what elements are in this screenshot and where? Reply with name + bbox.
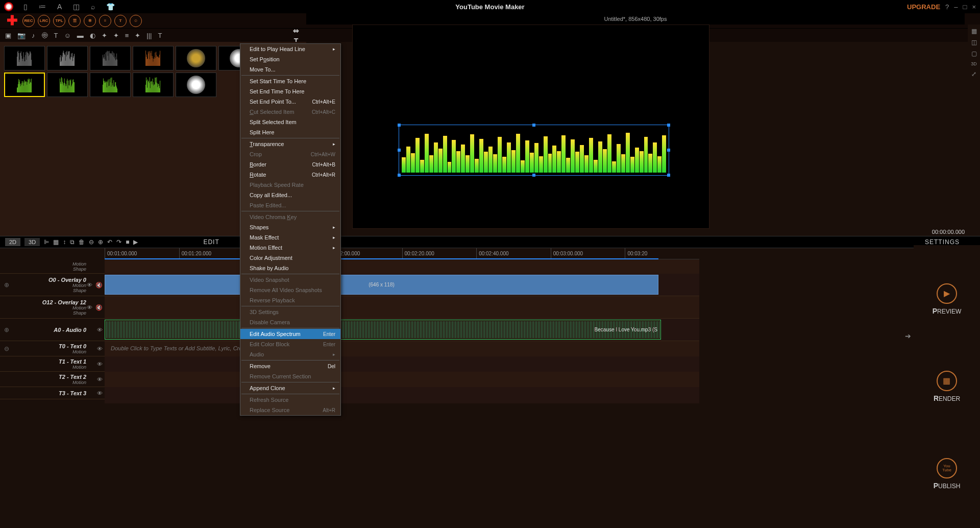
handle-icon[interactable]: ⇔ (293, 27, 299, 35)
track-body[interactable]: (646 x 118) (105, 274, 699, 296)
asset-thumb-10[interactable] (133, 73, 174, 97)
asset-thumb-2[interactable] (90, 46, 131, 70)
menu-item[interactable]: Move To... (240, 64, 340, 75)
asset-thumb-7[interactable] (4, 73, 45, 97)
tool2-icon-0[interactable]: ▣ (5, 32, 11, 39)
menu-item[interactable]: Edit to Play Head Line (240, 44, 340, 54)
view-3d-button[interactable]: 3D (24, 238, 40, 246)
track-header[interactable]: ⊕O0 - Overlay 0MotionShape👁🔇 (0, 274, 105, 296)
track-header[interactable]: MotionShape (0, 259, 105, 273)
list-icon[interactable]: ≔ (39, 3, 46, 11)
crop-icon[interactable]: ⧉ (70, 238, 75, 246)
menu-item[interactable]: RemoveDel (240, 361, 340, 371)
undo-icon[interactable]: ↶ (107, 238, 112, 246)
timeline-ruler[interactable]: 00:01:00.00000:01:20.00000:02:00.00000:0… (105, 248, 699, 259)
mute-icon[interactable]: 🔇 (95, 304, 103, 310)
asset-thumb-3[interactable] (133, 46, 174, 70)
preview-viewport[interactable] (352, 25, 709, 229)
tool2-icon-13[interactable]: T (158, 32, 162, 39)
menu-item[interactable]: Shapes (240, 222, 340, 232)
collapse-icon[interactable]: ⊖ (4, 345, 9, 352)
publish-button[interactable]: YouTube PUBLISH (934, 458, 961, 490)
track-body[interactable] (105, 387, 699, 403)
tool2-icon-2[interactable]: ♪ (32, 32, 35, 39)
circ-btn-star[interactable]: ✲ (84, 15, 96, 27)
mute-icon[interactable]: 🔇 (95, 281, 103, 288)
book-icon[interactable]: ▯ (23, 3, 28, 11)
track-body[interactable]: Double Click to Type Texts or Add Subtit… (105, 341, 699, 357)
redo-icon[interactable]: ↷ (116, 238, 121, 246)
threed-icon[interactable]: 3D (968, 61, 980, 66)
align-icon[interactable]: ⊫ (44, 238, 49, 246)
trash-icon[interactable]: 🗑 (79, 238, 85, 246)
track-body[interactable]: Because I Love You.mp3 (S (105, 319, 699, 341)
render-button[interactable]: ▦ RENDER (934, 371, 960, 402)
eye-icon[interactable]: 👁 (97, 346, 103, 352)
upgrade-button[interactable]: UPGRADE (907, 3, 940, 11)
minimize-button[interactable]: – (954, 3, 958, 11)
minus-icon[interactable]: ⊖ (89, 238, 94, 246)
timeline-clip[interactable]: (646 x 118) (105, 275, 658, 295)
tool2-icon-1[interactable]: 📷 (17, 32, 26, 39)
track-header[interactable]: ⊖T0 - Text 0Motion👁 (0, 341, 105, 356)
menu-item[interactable]: Set End Time To Here (240, 86, 340, 97)
track-body[interactable] (105, 356, 699, 373)
play-icon[interactable]: ▶ (133, 238, 138, 246)
preview-button[interactable]: ▶ PREVIEW (933, 283, 962, 315)
asset-thumb-4[interactable] (176, 46, 216, 70)
circ-btn-eq[interactable]: ≡ (99, 15, 111, 27)
plus-icon[interactable]: ⊕ (98, 238, 103, 246)
menu-item[interactable]: Copy all Edited... (240, 190, 340, 200)
track-header[interactable]: ⊕A0 - Audio 0👁 (0, 319, 105, 341)
track-body[interactable] (105, 296, 699, 318)
spectrum-selection-box[interactable] (399, 125, 669, 176)
maximize-button[interactable]: □ (963, 3, 967, 11)
tool2-icon-10[interactable]: ≡ (125, 32, 129, 39)
asset-thumb-8[interactable] (47, 73, 88, 97)
tool2-icon-12[interactable]: ||| (146, 32, 152, 39)
menu-item[interactable]: BorderCtrl+Alt+B (240, 159, 340, 170)
crop2-icon[interactable]: ◫ (968, 39, 980, 46)
asset-thumb-0[interactable] (4, 46, 45, 70)
menu-item[interactable]: Set Position (240, 54, 340, 64)
help-button[interactable]: ? (945, 3, 949, 11)
menu-item[interactable]: Append Clone (240, 383, 340, 393)
expand-icon[interactable]: ⊕ (4, 281, 9, 289)
track-body[interactable] (105, 372, 699, 388)
tool2-icon-3[interactable]: 🞋 (41, 32, 48, 39)
asset-thumb-1[interactable] (47, 46, 88, 70)
tool2-icon-4[interactable]: T (54, 32, 58, 39)
track-placeholder[interactable]: Double Click to Type Texts or Add Subtit… (105, 341, 699, 355)
context-menu[interactable]: Edit to Play Head LineSet PositionMove T… (240, 43, 341, 416)
circ-btn-t[interactable]: T (114, 15, 127, 27)
menu-item[interactable]: Mask Effect (240, 232, 340, 243)
stop-icon[interactable]: ■ (126, 238, 129, 246)
add-button[interactable]: ✚ (5, 14, 19, 28)
tool2-icon-7[interactable]: ◐ (90, 32, 95, 39)
updown-icon[interactable]: ↕ (63, 238, 66, 246)
menu-item[interactable]: Edit Audio SpectrumEnter (240, 329, 340, 339)
eye-icon[interactable]: 👁 (97, 390, 103, 396)
menu-item[interactable]: Transparence (240, 139, 340, 149)
track-header[interactable]: T2 - Text 2Motion👁 (0, 372, 105, 387)
search-icon[interactable]: ⌕ (91, 3, 95, 11)
eye-icon[interactable]: 👁 (97, 327, 103, 333)
tool2-icon-9[interactable]: ✦ (113, 32, 119, 39)
tool2-icon-6[interactable]: ▬ (77, 32, 84, 39)
menu-item[interactable]: Set Start Time To Here (240, 76, 340, 86)
eye-icon[interactable]: 👁 (97, 361, 103, 367)
asset-thumb-9[interactable] (90, 73, 131, 97)
grid-icon[interactable]: ▦ (968, 28, 980, 35)
menu-item[interactable]: Set End Point To...Ctrl+Alt+E (240, 97, 340, 107)
menu-item[interactable]: Motion Effect (240, 243, 340, 253)
circ-btn-lrc[interactable]: LRC (38, 15, 50, 27)
track-header[interactable]: O12 - Overlay 12MotionShape👁🔇 (0, 296, 105, 318)
timeline-clip[interactable]: Because I Love You.mp3 (S (105, 320, 661, 340)
circ-btn-rec[interactable]: REC (22, 15, 35, 27)
tool2-icon-8[interactable]: ✦ (102, 32, 107, 39)
menu-item[interactable]: Shake by Audio (240, 263, 340, 273)
eye-icon[interactable]: 👁 (97, 376, 103, 382)
sq-icon[interactable]: ▢ (968, 50, 980, 57)
tool2-icon-5[interactable]: ☺ (64, 32, 70, 39)
a-icon[interactable]: A (57, 3, 62, 11)
